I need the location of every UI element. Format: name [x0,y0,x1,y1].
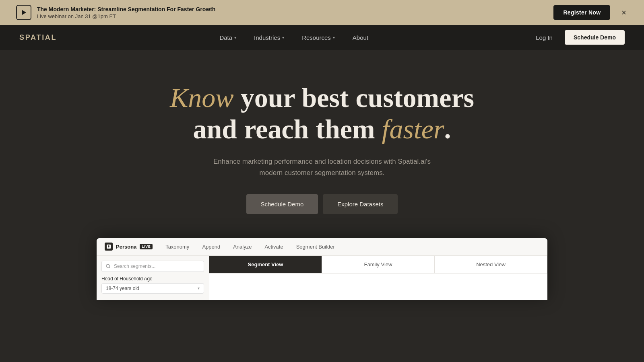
tab-segment-view[interactable]: Segment View [209,256,322,273]
nav-item-resources[interactable]: Resources ▾ [295,31,342,44]
app-nav-activate[interactable]: Activate [264,242,283,251]
app-sidebar: Search segments... Head of Household Age… [97,256,209,300]
search-bar[interactable]: Search segments... [101,261,204,272]
nav-right: Log In Schedule Demo [531,30,625,45]
search-icon [106,264,111,269]
nav-item-industries[interactable]: Industries ▾ [247,31,291,44]
app-preview: Persona LIVE Taxonomy Append Analyze Act… [97,238,547,300]
tab-nested-view[interactable]: Nested View [435,256,547,273]
svg-marker-0 [22,10,26,15]
svg-line-4 [109,267,110,268]
view-tabs: Segment View Family View Nested View [209,256,547,274]
nav-center: Data ▾ Industries ▾ Resources ▾ About [212,31,376,44]
app-nav-analyze[interactable]: Analyze [233,242,252,251]
chevron-down-icon: ▾ [333,35,335,40]
register-button[interactable]: Register Now [553,5,610,20]
nav-item-about[interactable]: About [345,31,376,44]
hero-subtext: Enhance marketing performance and locati… [209,156,435,178]
announcement-text: The Modern Marketer: Streamline Segmenta… [37,6,215,19]
hero-section: Know your best customers and reach them … [0,50,644,316]
chevron-down-icon: ▾ [234,35,236,40]
main-nav: SPATIAL Data ▾ Industries ▾ Resources ▾ … [0,25,644,50]
hero-buttons: Schedule Demo Explore Datasets [246,194,398,214]
announcement-title: The Modern Marketer: Streamline Segmenta… [37,6,215,13]
hero-heading-end: . [444,114,451,144]
filter-label: Head of Household Age [101,276,204,282]
app-nav-append[interactable]: Append [202,242,220,251]
svg-point-3 [106,264,109,267]
announcement-left: The Modern Marketer: Streamline Segmenta… [16,5,215,20]
hero-heading-italic: Know [170,82,234,113]
filter-dropdown[interactable]: 18-74 years old ▾ [101,283,204,294]
hero-schedule-demo-button[interactable]: Schedule Demo [246,194,318,214]
announcement-right: Register Now × [553,5,628,20]
app-content: Search segments... Head of Household Age… [97,256,547,300]
chevron-down-icon: ▾ [282,35,284,40]
schedule-demo-nav-button[interactable]: Schedule Demo [565,30,625,45]
hero-explore-datasets-button[interactable]: Explore Datasets [323,194,398,214]
close-banner-button[interactable]: × [620,7,628,18]
logo: SPATIAL [19,33,57,42]
search-placeholder: Search segments... [114,263,155,269]
login-button[interactable]: Log In [531,31,557,44]
app-nav-segment-builder[interactable]: Segment Builder [296,242,335,251]
app-main: Segment View Family View Nested View [209,256,547,300]
tab-family-view[interactable]: Family View [322,256,435,273]
chevron-down-icon: ▾ [198,286,200,290]
hero-heading-italic2: faster [382,114,444,144]
play-icon [16,5,31,20]
persona-label: Persona [116,244,136,250]
app-topbar: Persona LIVE Taxonomy Append Analyze Act… [97,238,547,256]
filter-value: 18-74 years old [106,286,139,291]
persona-app-icon [105,243,113,251]
hero-heading-rest: your best customers [234,82,474,113]
nav-item-data[interactable]: Data ▾ [212,31,244,44]
app-table-area [209,274,547,300]
live-badge: LIVE [140,244,153,249]
hero-heading-line2: and reach them [193,114,382,144]
app-logo-area: Persona LIVE [105,243,153,251]
announcement-banner: The Modern Marketer: Streamline Segmenta… [0,0,644,25]
announcement-subtitle: Live webinar on Jan 31 @1pm ET [37,13,215,19]
app-nav-taxonomy[interactable]: Taxonomy [165,242,189,251]
hero-heading: Know your best customers and reach them … [170,82,474,145]
svg-point-2 [108,245,109,247]
